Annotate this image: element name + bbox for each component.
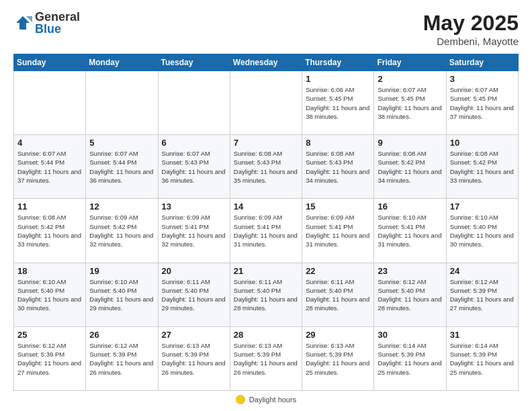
col-header-thursday: Thursday [302,54,374,71]
day-number: 16 [378,201,442,212]
week-row-2: 4Sunrise: 6:07 AM Sunset: 5:44 PM Daylig… [14,135,519,199]
day-cell: 10Sunrise: 6:08 AM Sunset: 5:42 PM Dayli… [446,135,518,199]
day-number: 14 [234,201,298,212]
day-cell: 4Sunrise: 6:07 AM Sunset: 5:44 PM Daylig… [14,135,86,199]
day-cell: 16Sunrise: 6:10 AM Sunset: 5:41 PM Dayli… [374,199,446,263]
day-number: 21 [234,266,298,276]
day-number: 30 [378,330,442,340]
day-number: 27 [162,330,226,340]
day-cell: 22Sunrise: 6:11 AM Sunset: 5:40 PM Dayli… [302,263,374,326]
day-cell [86,71,158,135]
header: General Blue May 2025 Dembeni, Mayotte [13,11,519,47]
day-info: Sunrise: 6:14 AM Sunset: 5:39 PM Dayligh… [378,341,442,377]
day-info: Sunrise: 6:13 AM Sunset: 5:39 PM Dayligh… [162,341,226,377]
day-cell: 17Sunrise: 6:10 AM Sunset: 5:40 PM Dayli… [446,199,518,263]
calendar-header-row: SundayMondayTuesdayWednesdayThursdayFrid… [14,54,519,71]
day-number: 29 [306,330,370,340]
day-cell: 15Sunrise: 6:09 AM Sunset: 5:41 PM Dayli… [302,199,374,263]
day-info: Sunrise: 6:08 AM Sunset: 5:43 PM Dayligh… [234,149,298,185]
day-info: Sunrise: 6:08 AM Sunset: 5:42 PM Dayligh… [450,149,515,185]
day-info: Sunrise: 6:07 AM Sunset: 5:45 PM Dayligh… [378,85,442,121]
day-info: Sunrise: 6:07 AM Sunset: 5:43 PM Dayligh… [162,149,226,185]
day-cell: 26Sunrise: 6:12 AM Sunset: 5:39 PM Dayli… [86,326,158,390]
day-number: 22 [306,266,370,276]
day-info: Sunrise: 6:10 AM Sunset: 5:40 PM Dayligh… [17,277,82,313]
col-header-friday: Friday [374,54,446,71]
day-number: 19 [89,266,154,276]
day-number: 12 [89,201,154,212]
week-row-3: 11Sunrise: 6:08 AM Sunset: 5:42 PM Dayli… [14,199,519,263]
logo-icon [13,13,32,32]
day-cell: 31Sunrise: 6:14 AM Sunset: 5:39 PM Dayli… [446,326,518,390]
calendar: SundayMondayTuesdayWednesdayThursdayFrid… [13,54,519,391]
day-number: 10 [450,138,515,148]
day-cell: 9Sunrise: 6:08 AM Sunset: 5:42 PM Daylig… [374,135,446,199]
day-cell: 5Sunrise: 6:07 AM Sunset: 5:44 PM Daylig… [86,135,158,199]
col-header-saturday: Saturday [446,54,518,71]
col-header-wednesday: Wednesday [230,54,302,71]
day-info: Sunrise: 6:13 AM Sunset: 5:39 PM Dayligh… [234,341,298,377]
day-cell [14,71,86,135]
logo-general-text: General [35,11,80,23]
day-cell: 29Sunrise: 6:13 AM Sunset: 5:39 PM Dayli… [302,326,374,390]
day-info: Sunrise: 6:11 AM Sunset: 5:40 PM Dayligh… [234,277,298,313]
day-info: Sunrise: 6:09 AM Sunset: 5:41 PM Dayligh… [234,213,298,248]
col-header-tuesday: Tuesday [158,54,230,71]
day-number: 11 [17,201,82,212]
day-info: Sunrise: 6:10 AM Sunset: 5:40 PM Dayligh… [89,277,154,313]
day-cell: 7Sunrise: 6:08 AM Sunset: 5:43 PM Daylig… [230,135,302,199]
day-info: Sunrise: 6:12 AM Sunset: 5:39 PM Dayligh… [17,341,82,377]
day-cell: 21Sunrise: 6:11 AM Sunset: 5:40 PM Dayli… [230,263,302,326]
title-month: May 2025 [423,11,519,36]
week-row-5: 25Sunrise: 6:12 AM Sunset: 5:39 PM Dayli… [14,326,519,390]
day-number: 28 [234,330,298,340]
day-number: 13 [162,201,226,212]
day-info: Sunrise: 6:09 AM Sunset: 5:41 PM Dayligh… [162,213,226,248]
sun-icon [236,395,245,404]
day-cell: 14Sunrise: 6:09 AM Sunset: 5:41 PM Dayli… [230,199,302,263]
day-cell: 28Sunrise: 6:13 AM Sunset: 5:39 PM Dayli… [230,326,302,390]
day-cell: 8Sunrise: 6:08 AM Sunset: 5:43 PM Daylig… [302,135,374,199]
day-number: 9 [378,138,442,148]
day-info: Sunrise: 6:08 AM Sunset: 5:42 PM Dayligh… [378,149,442,185]
day-info: Sunrise: 6:08 AM Sunset: 5:43 PM Dayligh… [306,149,370,185]
col-header-monday: Monday [86,54,158,71]
day-number: 1 [306,74,370,84]
day-info: Sunrise: 6:10 AM Sunset: 5:41 PM Dayligh… [378,213,442,248]
day-info: Sunrise: 6:07 AM Sunset: 5:45 PM Dayligh… [450,85,515,121]
day-info: Sunrise: 6:09 AM Sunset: 5:41 PM Dayligh… [306,213,370,248]
day-cell: 19Sunrise: 6:10 AM Sunset: 5:40 PM Dayli… [86,263,158,326]
day-cell [158,71,230,135]
day-number: 3 [450,74,515,84]
day-info: Sunrise: 6:12 AM Sunset: 5:40 PM Dayligh… [378,277,442,313]
page: General Blue May 2025 Dembeni, Mayotte S… [0,0,532,411]
day-info: Sunrise: 6:09 AM Sunset: 5:42 PM Dayligh… [89,213,154,248]
title-location: Dembeni, Mayotte [423,36,519,47]
day-cell: 25Sunrise: 6:12 AM Sunset: 5:39 PM Dayli… [14,326,86,390]
day-number: 18 [17,266,82,276]
day-cell: 20Sunrise: 6:11 AM Sunset: 5:40 PM Dayli… [158,263,230,326]
day-info: Sunrise: 6:12 AM Sunset: 5:39 PM Dayligh… [450,277,515,313]
legend-label: Daylight hours [249,396,296,404]
day-number: 5 [89,138,154,148]
day-info: Sunrise: 6:07 AM Sunset: 5:44 PM Dayligh… [89,149,154,185]
day-number: 8 [306,138,370,148]
col-header-sunday: Sunday [14,54,86,71]
day-number: 23 [378,266,442,276]
day-info: Sunrise: 6:08 AM Sunset: 5:42 PM Dayligh… [17,213,82,248]
day-info: Sunrise: 6:13 AM Sunset: 5:39 PM Dayligh… [306,341,370,377]
day-number: 24 [450,266,515,276]
week-row-4: 18Sunrise: 6:10 AM Sunset: 5:40 PM Dayli… [14,263,519,326]
title-block: May 2025 Dembeni, Mayotte [423,11,519,47]
day-cell [230,71,302,135]
day-info: Sunrise: 6:12 AM Sunset: 5:39 PM Dayligh… [89,341,154,377]
week-row-1: 1Sunrise: 6:06 AM Sunset: 5:45 PM Daylig… [14,71,519,135]
day-cell: 3Sunrise: 6:07 AM Sunset: 5:45 PM Daylig… [446,71,518,135]
logo: General Blue [13,11,80,35]
logo-text: General Blue [35,11,80,35]
day-cell: 12Sunrise: 6:09 AM Sunset: 5:42 PM Dayli… [86,199,158,263]
day-cell: 11Sunrise: 6:08 AM Sunset: 5:42 PM Dayli… [14,199,86,263]
day-cell: 27Sunrise: 6:13 AM Sunset: 5:39 PM Dayli… [158,326,230,390]
day-info: Sunrise: 6:14 AM Sunset: 5:39 PM Dayligh… [450,341,515,377]
day-cell: 6Sunrise: 6:07 AM Sunset: 5:43 PM Daylig… [158,135,230,199]
